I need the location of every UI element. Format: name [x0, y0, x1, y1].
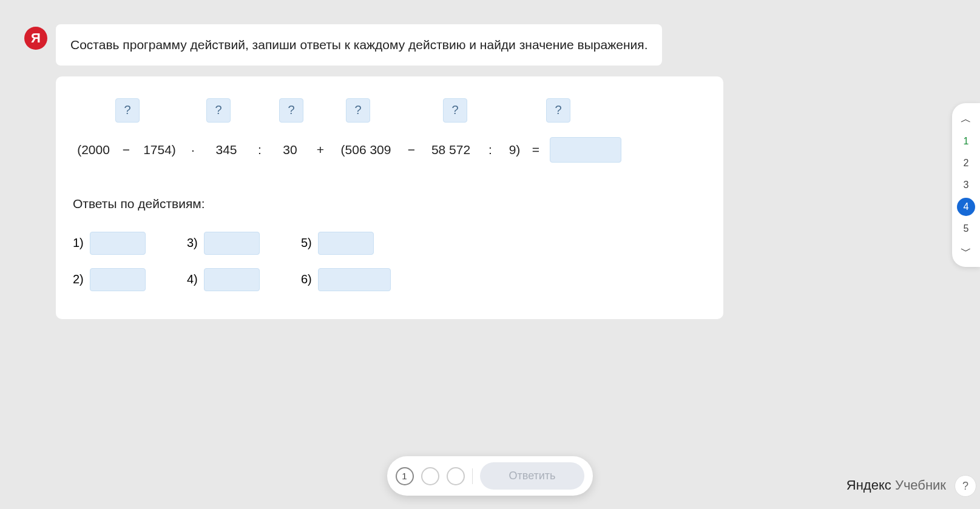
expr-token: + — [308, 143, 333, 157]
bar-divider — [472, 468, 473, 484]
nav-item-4[interactable]: 4 — [957, 198, 975, 216]
submit-answer-button[interactable]: Ответить — [480, 462, 585, 490]
brand-part2: Учебник — [891, 477, 946, 493]
answer-cell-5: 5) — [301, 228, 404, 258]
expression-wrapper: ? ? ? ? ? ? (2000 − 1754) · 345 : 30 + (… — [73, 98, 706, 163]
order-slot-6[interactable]: ? — [546, 98, 570, 123]
answer-input-4[interactable] — [204, 268, 260, 291]
expr-token: : — [478, 143, 502, 157]
expr-token: (2000 — [73, 143, 114, 157]
answer-input-1[interactable] — [90, 232, 146, 255]
result-input[interactable] — [550, 137, 621, 163]
answer-label: 4) — [187, 272, 198, 286]
answer-label: 1) — [73, 236, 84, 250]
order-slot-2[interactable]: ? — [206, 98, 231, 123]
nav-item-1[interactable]: 1 — [957, 132, 975, 150]
help-button[interactable]: ? — [955, 475, 976, 497]
nav-next-icon[interactable]: ﹀ — [958, 241, 974, 261]
order-slot-4[interactable]: ? — [346, 98, 370, 123]
answer-cell-3: 3) — [187, 228, 290, 258]
task-card: ? ? ? ? ? ? (2000 − 1754) · 345 : 30 + (… — [56, 76, 723, 319]
expr-token: − — [399, 143, 424, 157]
expr-token: · — [181, 143, 205, 157]
answer-cell-6: 6) — [301, 265, 404, 295]
nav-item-2[interactable]: 2 — [957, 154, 975, 172]
yandex-avatar-icon: Я — [24, 27, 47, 50]
order-slot-3[interactable]: ? — [279, 98, 303, 123]
expr-token: 1754) — [138, 143, 181, 157]
expr-token: − — [114, 143, 138, 157]
answers-heading: Ответы по действиям: — [73, 197, 706, 211]
expression-row: (2000 − 1754) · 345 : 30 + (506 309 − 58… — [73, 137, 706, 163]
answer-cell-1: 1) — [73, 228, 176, 258]
answer-label: 2) — [73, 272, 84, 286]
content-area: Я Составь программу действий, запиши отв… — [0, 0, 759, 319]
order-slot-5[interactable]: ? — [443, 98, 467, 123]
nav-prev-icon[interactable]: ︿ — [958, 109, 974, 129]
answer-input-2[interactable] — [90, 268, 146, 291]
attempt-indicator-2 — [421, 467, 439, 485]
operation-order-row: ? ? ? ? ? ? — [73, 98, 706, 124]
attempt-indicator-3 — [447, 467, 465, 485]
bottom-bar: 1 Ответить — [387, 456, 593, 496]
answers-grid: 1) 2) 3) 4) 5) 6) — [73, 228, 706, 295]
instruction-bubble: Составь программу действий, запиши ответ… — [56, 24, 662, 66]
answer-cell-2: 2) — [73, 265, 176, 295]
answer-label: 3) — [187, 236, 198, 250]
expr-token: = — [527, 143, 545, 157]
answer-cell-4: 4) — [187, 265, 290, 295]
nav-item-5[interactable]: 5 — [957, 220, 975, 238]
expr-token: : — [248, 143, 272, 157]
expr-token: 58 572 — [424, 143, 478, 157]
expr-token: 345 — [205, 143, 248, 157]
brand-part1: Яндекс — [847, 477, 891, 493]
expr-token: 9) — [502, 143, 527, 157]
expr-token: (506 309 — [333, 143, 399, 157]
answer-label: 6) — [301, 272, 312, 286]
attempt-indicator-1: 1 — [396, 467, 414, 485]
question-nav: ︿ 1 2 3 4 5 ﹀ — [952, 103, 980, 267]
answer-input-6[interactable] — [318, 268, 391, 291]
instruction-row: Я Составь программу действий, запиши отв… — [24, 24, 722, 66]
brand-label: Яндекс Учебник — [847, 477, 946, 493]
nav-item-3[interactable]: 3 — [957, 176, 975, 194]
answer-input-5[interactable] — [318, 232, 374, 255]
order-slot-1[interactable]: ? — [115, 98, 140, 123]
answer-input-3[interactable] — [204, 232, 260, 255]
answer-label: 5) — [301, 236, 312, 250]
expr-token: 30 — [272, 143, 308, 157]
